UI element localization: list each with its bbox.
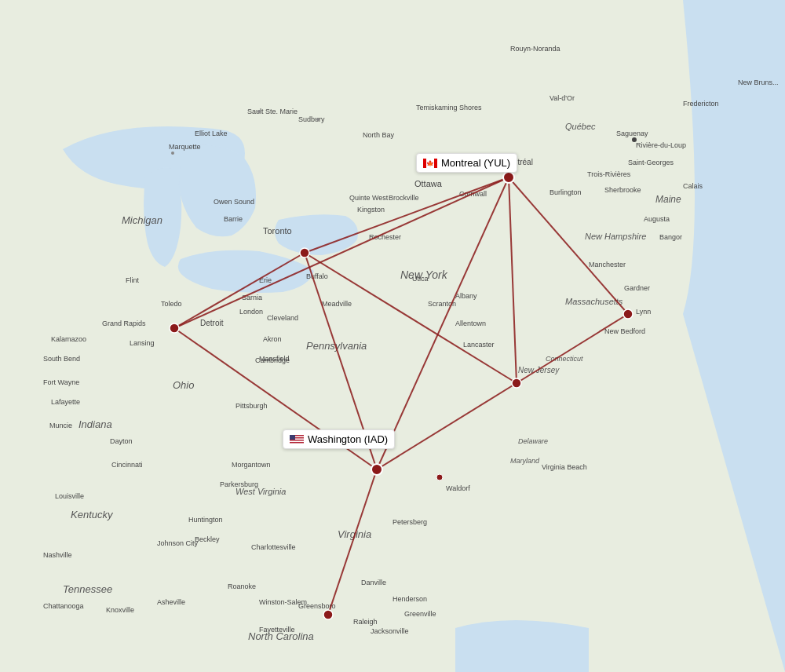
svg-text:New Bedford: New Bedford <box>604 327 645 335</box>
svg-point-121 <box>170 323 179 333</box>
washington-label: Washington (IAD) <box>283 429 395 449</box>
svg-text:Bangor: Bangor <box>659 233 682 241</box>
svg-text:Saint-Georges: Saint-Georges <box>628 159 674 166</box>
svg-text:Fort Wayne: Fort Wayne <box>43 378 79 386</box>
map-container: Michigan Ohio Indiana Kentucky Tennessee… <box>0 0 785 672</box>
svg-text:Huntington: Huntington <box>188 516 223 524</box>
svg-text:Nashville: Nashville <box>43 551 72 559</box>
svg-point-120 <box>300 248 309 257</box>
svg-text:Tennessee: Tennessee <box>63 583 112 595</box>
svg-text:Sherbrooke: Sherbrooke <box>604 186 641 194</box>
svg-text:Val-d'Or: Val-d'Or <box>550 94 575 102</box>
svg-point-124 <box>323 610 333 619</box>
svg-text:Allentown: Allentown <box>455 320 486 327</box>
montreal-label-text: Montreal (YUL) <box>441 157 510 169</box>
svg-point-119 <box>371 464 382 475</box>
svg-text:Morgantown: Morgantown <box>232 461 271 469</box>
svg-point-123 <box>623 309 633 319</box>
svg-text:Akron: Akron <box>263 335 282 343</box>
svg-text:Augusta: Augusta <box>644 215 670 223</box>
canada-flag-icon: 🍁 <box>423 159 437 168</box>
svg-text:Buffalo: Buffalo <box>306 272 328 280</box>
svg-text:Trois-Rivières: Trois-Rivières <box>587 170 631 178</box>
svg-text:Michigan: Michigan <box>122 214 162 226</box>
svg-text:Johnson City: Johnson City <box>157 539 199 547</box>
svg-text:Henderson: Henderson <box>392 595 427 603</box>
svg-text:Kingston: Kingston <box>357 206 385 214</box>
svg-text:Jacksonville: Jacksonville <box>371 627 409 635</box>
svg-text:Roanoke: Roanoke <box>228 583 256 590</box>
svg-rect-134 <box>290 443 304 444</box>
svg-text:Lynn: Lynn <box>636 308 651 316</box>
svg-text:Greenville: Greenville <box>404 610 436 618</box>
svg-point-122 <box>512 378 521 388</box>
svg-text:Ottawa: Ottawa <box>414 179 443 188</box>
svg-text:Maine: Maine <box>655 194 681 205</box>
svg-text:Kalamazoo: Kalamazoo <box>51 335 86 343</box>
svg-text:Elliot Lake: Elliot Lake <box>195 130 228 137</box>
svg-text:Lancaster: Lancaster <box>463 341 495 349</box>
svg-text:Calais: Calais <box>683 182 703 190</box>
svg-text:Dayton: Dayton <box>110 437 133 445</box>
svg-text:Toledo: Toledo <box>161 300 182 308</box>
svg-text:🍁: 🍁 <box>426 159 434 167</box>
svg-text:New Bruns...: New Bruns... <box>738 79 779 86</box>
svg-text:Barrie: Barrie <box>224 215 243 223</box>
svg-text:Toronto: Toronto <box>263 226 292 236</box>
svg-text:Gardner: Gardner <box>624 284 650 292</box>
svg-text:Kentucky: Kentucky <box>71 509 114 520</box>
svg-text:Indiana: Indiana <box>78 418 112 430</box>
svg-text:Flint: Flint <box>126 276 140 284</box>
svg-text:Lansing: Lansing <box>130 339 155 347</box>
svg-text:Sarnia: Sarnia <box>242 294 262 301</box>
svg-text:North Bay: North Bay <box>363 131 395 139</box>
svg-text:New Hampshire: New Hampshire <box>585 232 646 241</box>
svg-text:Parkersburg: Parkersburg <box>220 480 258 488</box>
svg-text:Lafayette: Lafayette <box>51 398 80 406</box>
svg-text:Winston-Salem: Winston-Salem <box>259 598 307 606</box>
svg-text:Temiskaming Shores: Temiskaming Shores <box>416 104 482 111</box>
svg-text:Muncie: Muncie <box>49 422 72 429</box>
svg-text:Detroit: Detroit <box>200 319 224 327</box>
svg-text:Owen Sound: Owen Sound <box>214 198 254 206</box>
svg-text:Marquette: Marquette <box>169 143 201 151</box>
svg-point-35 <box>171 152 174 155</box>
svg-rect-135 <box>290 435 295 440</box>
svg-text:New Jersey: New Jersey <box>518 366 560 374</box>
svg-text:Rouyn-Noranda: Rouyn-Noranda <box>510 45 560 53</box>
svg-text:Grand Rapids: Grand Rapids <box>102 320 146 327</box>
svg-text:South Bend: South Bend <box>43 355 80 363</box>
svg-text:Burlington: Burlington <box>550 188 582 196</box>
svg-text:Maryland: Maryland <box>510 457 540 465</box>
us-flag-icon <box>290 435 304 444</box>
svg-text:Waldorf: Waldorf <box>446 484 470 492</box>
svg-point-125 <box>436 474 443 480</box>
svg-text:Fredericton: Fredericton <box>683 100 719 108</box>
svg-text:Rochester: Rochester <box>369 233 401 241</box>
washington-label-text: Washington (IAD) <box>308 433 388 445</box>
svg-text:Beckley: Beckley <box>195 535 220 543</box>
svg-text:Rivière-du-Loup: Rivière-du-Loup <box>636 141 686 149</box>
svg-text:Saguenay: Saguenay <box>616 130 648 137</box>
svg-text:Brockville: Brockville <box>389 194 419 202</box>
svg-text:Charlottesville: Charlottesville <box>251 543 296 551</box>
svg-point-32 <box>257 110 261 113</box>
svg-text:Pittsburgh: Pittsburgh <box>236 402 268 410</box>
svg-text:Meadville: Meadville <box>322 300 352 308</box>
svg-text:Cincinnati: Cincinnati <box>111 461 143 469</box>
svg-text:Virginia Beach: Virginia Beach <box>542 463 587 471</box>
svg-text:Asheville: Asheville <box>157 598 185 606</box>
svg-text:Danville: Danville <box>361 579 386 586</box>
svg-text:Cleveland: Cleveland <box>267 314 298 322</box>
svg-point-30 <box>316 118 319 121</box>
svg-text:Cambridge: Cambridge <box>255 356 290 364</box>
svg-rect-133 <box>290 440 304 442</box>
svg-text:Albany: Albany <box>455 292 477 300</box>
svg-text:Delaware: Delaware <box>518 437 548 445</box>
svg-text:Utica: Utica <box>412 275 429 283</box>
svg-text:Quinte West: Quinte West <box>349 194 389 202</box>
svg-text:Sudbury: Sudbury <box>298 115 325 123</box>
svg-text:Knoxville: Knoxville <box>106 606 134 614</box>
svg-text:Ohio: Ohio <box>173 379 194 391</box>
svg-text:Fayetteville: Fayetteville <box>259 626 295 634</box>
